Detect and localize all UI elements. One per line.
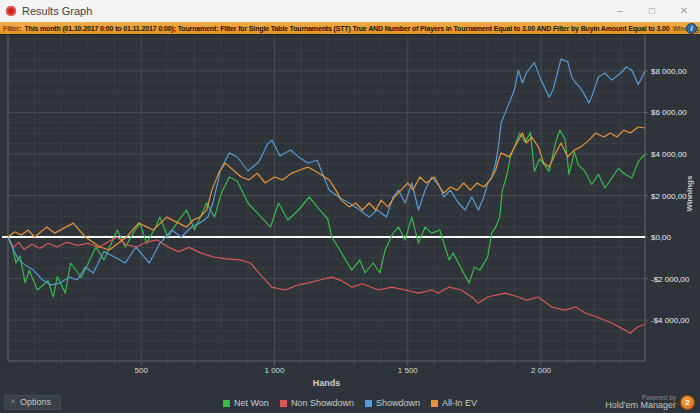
legend-item-non-showdown: Non Showdown [280, 398, 354, 408]
options-button[interactable]: ^ Options [4, 395, 61, 410]
hm2-badge-icon: 2 [680, 395, 695, 410]
chart-legend: Net WonNon ShowdownShowdownAll-In EV [0, 398, 700, 408]
info-icon[interactable]: i [686, 23, 697, 34]
results-chart[interactable]: 5001 0001 5002 000$8 000,00$6 000,00$4 0… [0, 0, 700, 413]
title-bar: Results Graph – □ ✕ [0, 0, 700, 22]
legend-label: All-In EV [442, 398, 477, 408]
series-net-won [8, 130, 645, 297]
powered-by-branding: Powered by Hold'em Manager 2 [605, 394, 695, 411]
window-title: Results Graph [22, 5, 92, 17]
app-logo-icon [6, 6, 16, 16]
filter-label: Filter: [3, 25, 21, 32]
x-tick-label: 500 [135, 366, 149, 375]
legend-label: Showdown [376, 398, 420, 408]
legend-item-all-in-ev: All-In EV [431, 398, 477, 408]
legend-label: Net Won [234, 398, 269, 408]
minimize-button[interactable]: – [604, 0, 636, 22]
options-label: Options [20, 397, 51, 407]
legend-swatch-icon [280, 400, 287, 407]
legend-swatch-icon [431, 400, 438, 407]
y-tick-label: -$2 000,00 [651, 275, 690, 284]
x-tick-label: 2 000 [531, 366, 552, 375]
close-button[interactable]: ✕ [668, 0, 700, 22]
maximize-button[interactable]: □ [636, 0, 668, 22]
series-all-in-ev [8, 127, 645, 250]
x-tick-label: 1 500 [398, 366, 419, 375]
y-tick-label: $0,00 [651, 233, 672, 242]
x-axis-title: Hands [0, 378, 653, 388]
legend-swatch-icon [223, 400, 230, 407]
y-tick-label: -$4 000,00 [651, 316, 690, 325]
results-graph-window: Results Graph – □ ✕ Filter: This month (… [0, 0, 700, 413]
y-tick-label: $8 000,00 [651, 67, 687, 76]
filter-bar: Filter: This month (01.10.2017 0:00 to 0… [0, 22, 700, 35]
legend-item-showdown: Showdown [365, 398, 420, 408]
legend-swatch-icon [365, 400, 372, 407]
y-axis-title: Winnings [685, 168, 696, 220]
y-tick-label: $4 000,00 [651, 150, 687, 159]
y-tick-label: $2 000,00 [651, 192, 687, 201]
legend-item-net-won: Net Won [223, 398, 269, 408]
series-showdown [8, 59, 645, 285]
window-controls: – □ ✕ [604, 0, 700, 22]
brand-name: Hold'em Manager [605, 401, 676, 411]
x-tick-label: 1 000 [265, 366, 286, 375]
caret-up-icon: ^ [11, 399, 15, 406]
legend-label: Non Showdown [291, 398, 354, 408]
y-tick-label: $6 000,00 [651, 108, 687, 117]
filter-description: This month (01.10.2017 0:00 to 01.11.201… [24, 25, 669, 32]
